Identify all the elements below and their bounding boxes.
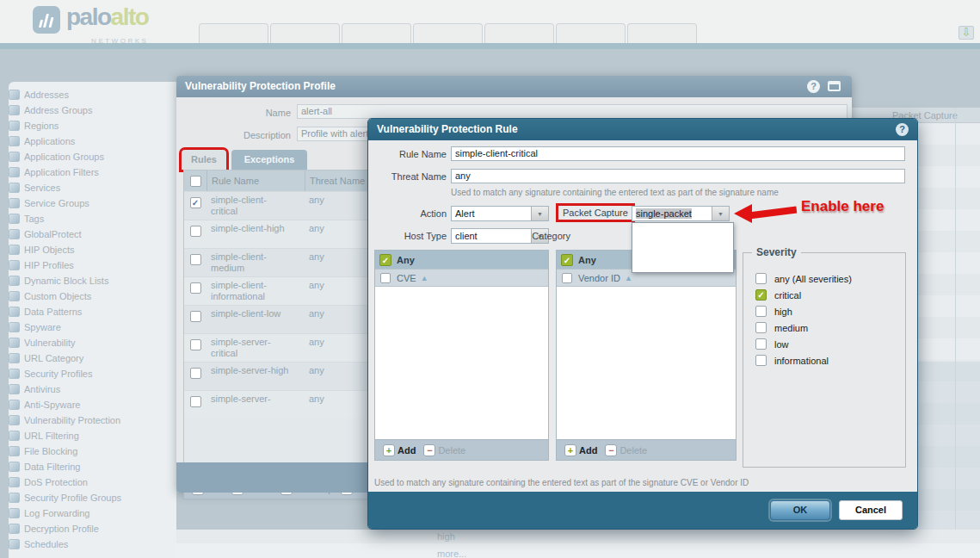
sort-asc-icon[interactable]: ▲ bbox=[421, 274, 428, 282]
sidebar-item[interactable]: Service Groups bbox=[9, 195, 176, 211]
name-label: Name bbox=[176, 108, 291, 118]
nav-tab[interactable] bbox=[413, 23, 483, 43]
nav-tab[interactable] bbox=[484, 23, 554, 43]
severity-checkbox[interactable] bbox=[755, 273, 767, 284]
row-checkbox[interactable] bbox=[190, 339, 201, 350]
help-icon[interactable]: ? bbox=[896, 123, 909, 136]
nav-tab[interactable] bbox=[627, 23, 697, 43]
sidebar-item[interactable]: Schedules bbox=[9, 536, 176, 552]
chevron-down-icon[interactable]: ▼ bbox=[531, 206, 549, 221]
sidebar-item[interactable]: Antivirus bbox=[9, 381, 176, 397]
sidebar-item-label: Security Profile Groups bbox=[24, 493, 121, 503]
services-icon bbox=[9, 183, 20, 193]
sidebar-item[interactable]: URL Category bbox=[9, 350, 176, 366]
threat-name-input[interactable]: any bbox=[451, 169, 905, 183]
description-label: Description bbox=[176, 130, 291, 140]
dropdown-option[interactable] bbox=[632, 223, 733, 239]
sidebar-item[interactable]: Applications bbox=[9, 133, 176, 149]
sidebar-item[interactable]: Address Groups bbox=[9, 102, 176, 118]
sidebar-item[interactable]: Application Groups bbox=[9, 149, 176, 164]
vendor-select-all-checkbox[interactable] bbox=[562, 273, 572, 283]
sidebar-item[interactable]: HIP Profiles bbox=[9, 257, 176, 273]
cve-select-all-checkbox[interactable] bbox=[380, 273, 391, 283]
sidebar-item[interactable]: Tags bbox=[9, 211, 176, 226]
row-checkbox[interactable] bbox=[190, 396, 201, 407]
action-dropdown[interactable]: Alert ▼ bbox=[451, 206, 549, 221]
dropdown-option[interactable] bbox=[632, 239, 733, 256]
sort-asc-icon[interactable]: ▲ bbox=[625, 274, 632, 282]
select-all-checkbox[interactable] bbox=[190, 176, 201, 187]
sidebar-item[interactable]: Data Filtering bbox=[9, 459, 176, 474]
window-restore-icon[interactable] bbox=[828, 81, 841, 91]
cve-column-label[interactable]: CVE bbox=[397, 273, 416, 283]
sidebar-item[interactable]: DoS Protection bbox=[9, 474, 176, 490]
sidebar-item[interactable]: Application Filters bbox=[9, 164, 176, 180]
sidebar-item[interactable]: Decryption Profile bbox=[9, 521, 176, 536]
host-type-value[interactable]: client bbox=[451, 228, 531, 244]
sidebar-item[interactable]: ▼Custom Objects bbox=[9, 288, 176, 304]
cancel-button[interactable]: Cancel bbox=[839, 500, 903, 520]
sidebar-item[interactable]: ▼GlobalProtect bbox=[9, 226, 176, 242]
row-checkbox[interactable] bbox=[190, 311, 201, 322]
rule-name-input[interactable]: simple-client-critical bbox=[451, 146, 905, 161]
sidebar-item[interactable]: Log Forwarding bbox=[9, 505, 176, 521]
help-icon[interactable]: ? bbox=[807, 80, 820, 93]
sidebar-item-label: Application Groups bbox=[24, 152, 104, 162]
severity-checkbox[interactable] bbox=[755, 338, 767, 350]
severity-checkbox[interactable] bbox=[755, 306, 767, 317]
cve-delete-button[interactable]: Delete bbox=[438, 445, 465, 456]
vendor-any-checkbox[interactable] bbox=[561, 254, 573, 266]
nav-tab[interactable] bbox=[270, 23, 340, 43]
service-groups-icon bbox=[9, 198, 20, 208]
sidebar-item[interactable]: Services bbox=[9, 180, 176, 195]
sidebar-item[interactable]: Addresses bbox=[9, 87, 176, 102]
row-checkbox[interactable] bbox=[190, 197, 201, 208]
add-icon: + bbox=[383, 444, 395, 456]
logo-text-alto: alto bbox=[111, 3, 149, 30]
sidebar-item-label: Decryption Profile bbox=[24, 524, 99, 534]
cve-any-checkbox[interactable] bbox=[379, 254, 391, 266]
column-rule-name[interactable]: Rule Name bbox=[206, 170, 305, 191]
sidebar-item[interactable]: Dynamic Block Lists bbox=[9, 273, 176, 288]
sidebar-item[interactable]: Regions bbox=[9, 118, 176, 133]
sidebar-item[interactable]: Data Patterns bbox=[9, 304, 176, 319]
dropdown-option[interactable] bbox=[632, 256, 733, 272]
cve-add-button[interactable]: Add bbox=[398, 445, 416, 456]
sidebar-item[interactable]: Spyware bbox=[9, 319, 176, 335]
application-groups-icon bbox=[9, 152, 20, 162]
ok-button[interactable]: OK bbox=[770, 500, 830, 520]
tab-exceptions[interactable]: Exceptions bbox=[231, 150, 307, 170]
vendor-add-button[interactable]: Add bbox=[579, 445, 597, 456]
packet-capture-dropdown[interactable]: single-packet ▼ bbox=[632, 206, 730, 221]
chevron-down-icon[interactable]: ▼ bbox=[712, 206, 730, 221]
rule-name-cell: simple-client-low bbox=[211, 308, 280, 319]
sidebar-item[interactable]: File Blocking bbox=[9, 443, 176, 459]
nav-tab[interactable] bbox=[556, 23, 626, 43]
severity-checkbox[interactable] bbox=[755, 322, 767, 333]
severity-checkbox[interactable] bbox=[755, 289, 767, 301]
sidebar-item-label: HIP Profiles bbox=[24, 260, 74, 270]
row-checkbox[interactable] bbox=[190, 282, 201, 294]
action-value[interactable]: Alert bbox=[451, 206, 531, 221]
sidebar-item[interactable]: Anti-Spyware bbox=[9, 397, 176, 412]
threat-name-label: Threat Name bbox=[373, 171, 447, 182]
sidebar-item[interactable]: Vulnerability Protection bbox=[9, 412, 176, 428]
save-icon[interactable]: ⇩ bbox=[958, 26, 974, 40]
sidebar-item[interactable]: Security Profile Groups bbox=[9, 490, 176, 505]
vendor-delete-button[interactable]: Delete bbox=[619, 445, 647, 456]
sidebar-item-label: Vulnerability bbox=[24, 338, 76, 348]
row-checkbox[interactable] bbox=[190, 368, 201, 379]
sidebar-item[interactable]: Vulnerability bbox=[9, 335, 176, 350]
sidebar-item[interactable]: HIP Objects bbox=[9, 242, 176, 257]
rule-name-label: Rule Name bbox=[373, 149, 447, 159]
nav-tab[interactable] bbox=[342, 23, 411, 43]
nav-tab[interactable] bbox=[199, 23, 268, 43]
tab-rules[interactable]: Rules bbox=[182, 150, 226, 170]
name-input[interactable]: alert-all bbox=[297, 104, 847, 119]
row-checkbox[interactable] bbox=[190, 254, 201, 265]
vendor-id-column-label[interactable]: Vendor ID bbox=[578, 273, 620, 283]
row-checkbox[interactable] bbox=[190, 226, 201, 237]
sidebar-item[interactable]: ▼Security Profiles bbox=[9, 366, 176, 381]
sidebar-item[interactable]: URL Filtering bbox=[9, 428, 176, 443]
severity-checkbox[interactable] bbox=[755, 355, 767, 366]
